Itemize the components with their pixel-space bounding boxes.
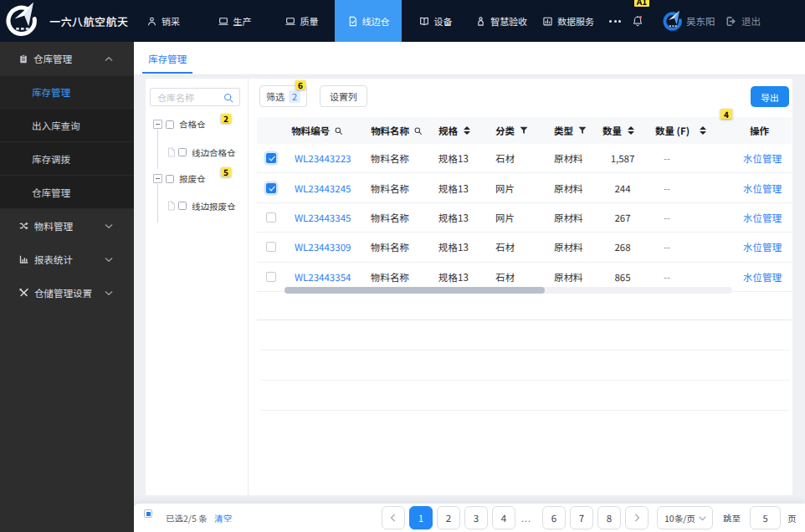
tree-node-label[interactable]: 报废仓 — [179, 172, 206, 185]
sidebar-item-warehouse-mgmt[interactable]: 仓库管理 — [0, 176, 134, 209]
horizontal-scrollbar-thumb[interactable] — [285, 287, 545, 294]
sort-icon[interactable] — [628, 126, 634, 135]
topbar-nav-xianbiancang[interactable]: 线边仓 — [335, 0, 402, 42]
material-code-link[interactable]: WL23443245 — [295, 173, 351, 202]
pagination-page-4[interactable]: 4 — [492, 506, 515, 529]
bell-icon[interactable] — [631, 13, 644, 28]
column-header-label: 类型 — [554, 124, 573, 137]
tab-active-underline — [142, 72, 192, 74]
water-level-link[interactable]: 水位管理 — [743, 203, 782, 232]
sidebar-group-warehouse-mgmt[interactable]: 仓库管理 — [0, 42, 134, 75]
pagination-page-2[interactable]: 2 — [437, 506, 460, 529]
filter-icon[interactable] — [519, 125, 529, 136]
row-checkbox[interactable] — [266, 183, 276, 193]
tab-inventory-mgmt[interactable]: 库存管理 — [148, 42, 187, 75]
tree-node-label[interactable]: 线边报废仓 — [192, 200, 236, 212]
tree-checkbox[interactable] — [178, 202, 187, 210]
sidebar-group-storage-settings[interactable]: 仓储管理设置 — [0, 276, 134, 309]
search-icon[interactable] — [413, 126, 423, 136]
tree-node-xianbian-hegecang: 线边合格仓 — [167, 142, 236, 162]
tree-collapse-icon[interactable] — [153, 174, 162, 183]
water-level-link[interactable]: 水位管理 — [743, 263, 782, 291]
jump-to-page-input[interactable] — [750, 506, 781, 529]
tree-node-baofeicang: 报废仓 — [153, 169, 206, 188]
row-checkbox[interactable] — [266, 153, 276, 163]
water-level-link[interactable]: 水位管理 — [743, 173, 782, 202]
sort-icon[interactable] — [700, 126, 706, 135]
export-button[interactable]: 导出 — [751, 86, 789, 107]
clear-selection-link[interactable]: 清空 — [214, 504, 232, 532]
more-menu-button[interactable] — [608, 0, 623, 42]
avatar[interactable] — [663, 10, 684, 32]
logout-button[interactable]: 退出 — [724, 0, 761, 42]
pagination-ellipsis[interactable]: ... — [515, 506, 538, 529]
filter-count-badge: 2 — [289, 90, 300, 103]
warehouse-search-input[interactable] — [151, 90, 218, 104]
tree-collapse-icon[interactable] — [153, 120, 162, 129]
topbar-nav-shujufuwu[interactable]: 数据服务 — [536, 0, 600, 42]
material-code-link[interactable]: WL23443309 — [295, 233, 351, 261]
pagination-page-3[interactable]: 3 — [464, 506, 488, 529]
material-name-cell: 物料名称 — [371, 203, 409, 232]
search-icon[interactable] — [334, 126, 343, 136]
sidebar-item-inventory-mgmt[interactable]: 库存管理 — [0, 75, 134, 109]
set-columns-button[interactable]: 设置列 — [320, 85, 367, 107]
category-cell: 石材 — [495, 233, 515, 261]
sidebar-item-label: 出入库查询 — [32, 119, 80, 132]
topbar-nav-xiaocai[interactable]: 销采 — [134, 0, 192, 42]
water-level-link[interactable]: 水位管理 — [743, 233, 782, 261]
select-all-checkbox-indeterminate[interactable] — [144, 509, 152, 518]
topbar-nav-zhiliang[interactable]: 质量 — [272, 0, 331, 42]
row-checkbox[interactable] — [266, 212, 276, 223]
pagination-page-7[interactable]: 7 — [570, 506, 593, 529]
filter-icon[interactable] — [577, 125, 587, 136]
jump-to-label: 跳至 — [723, 504, 741, 532]
tree-node-label[interactable]: 线边合格仓 — [192, 146, 236, 159]
row-checkbox[interactable] — [266, 272, 276, 282]
row-checkbox-cell — [266, 203, 276, 232]
chevron-down-icon — [105, 290, 118, 296]
table-row: WL23443223 物料名称 规格13 石材 原材料 1,587 -- 水位管… — [257, 144, 792, 173]
page-size-select[interactable]: 10条/页 — [657, 506, 713, 529]
table-separator — [257, 320, 792, 320]
topbar-nav-shengchan[interactable]: 生产 — [205, 0, 264, 42]
sidebar-item-inventory-transfer[interactable]: 库存调拨 — [0, 142, 134, 176]
filter-button-label: 筛选 — [266, 90, 285, 103]
sidebar-item-label: 仓库管理 — [32, 186, 70, 199]
tree-checkbox[interactable] — [178, 148, 187, 156]
material-code-link[interactable]: WL23443345 — [295, 203, 351, 232]
sidebar-group-label: 仓库管理 — [33, 52, 72, 65]
table-separator — [260, 380, 790, 381]
type-cell: 原材料 — [554, 203, 583, 232]
tree-checkbox[interactable] — [166, 175, 174, 183]
row-checkbox-cell — [266, 144, 276, 172]
pagination-next-button[interactable] — [625, 506, 649, 529]
pagination-page-8[interactable]: 8 — [597, 506, 621, 529]
row-checkbox-cell — [266, 233, 276, 261]
sidebar-group-material-mgmt[interactable]: 物料管理 — [0, 209, 134, 243]
nav-label: 智慧验收 — [490, 14, 527, 28]
sidebar-group-report-stats[interactable]: 报表统计 — [0, 243, 134, 276]
horizontal-scrollbar-track[interactable] — [285, 287, 732, 294]
panel-divider — [248, 79, 249, 495]
sidebar-item-inout-query[interactable]: 出入库查询 — [0, 109, 134, 142]
category-cell: 石材 — [495, 144, 515, 172]
sort-icon[interactable] — [464, 126, 470, 135]
water-level-link[interactable]: 水位管理 — [743, 144, 782, 172]
pagination-prev-button[interactable] — [382, 506, 405, 529]
tree-checkbox[interactable] — [166, 120, 174, 129]
laptop-icon — [218, 16, 229, 27]
warehouse-search-input-wrap — [150, 88, 240, 106]
user-name[interactable]: 吴东阳 — [686, 0, 715, 42]
chevron-down-icon — [105, 257, 118, 263]
nav-label: 销采 — [162, 14, 180, 28]
material-code-link[interactable]: WL23443223 — [295, 144, 351, 172]
topbar-nav-shebei[interactable]: 设备 — [406, 0, 464, 42]
row-checkbox[interactable] — [266, 242, 276, 252]
pagination-page-6[interactable]: 6 — [542, 506, 566, 529]
pagination-page-1[interactable]: 1 — [409, 506, 433, 529]
topbar-nav-zhihuiyanshou[interactable]: 智慧验收 — [470, 0, 532, 42]
column-header: 规格 — [438, 117, 470, 144]
column-header: 物料名称 — [371, 117, 423, 144]
tree-node-label[interactable]: 合格仓 — [179, 118, 206, 130]
